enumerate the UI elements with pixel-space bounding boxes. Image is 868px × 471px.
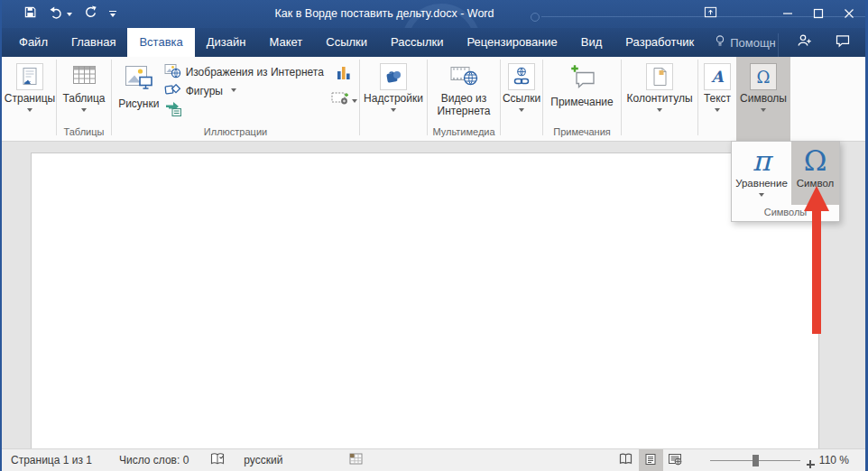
ribbon-group-symbols: Ω Символы [736,57,790,141]
comments-button[interactable] [824,28,862,57]
addins-button[interactable]: Надстройки [364,57,423,125]
print-layout-icon [644,453,657,468]
tab-view[interactable]: Вид [569,28,614,57]
tab-insert[interactable]: Вставка [127,28,194,57]
shapes-label: Фигуры [186,85,223,97]
pictures-button[interactable]: Рисунки [115,57,162,125]
comment-button-label: Примечание [550,96,613,108]
smartart-button[interactable] [162,100,329,119]
window-title: Как в Ворде поставить дельту.docx - Word [108,0,660,28]
chevron-down-icon [27,108,32,112]
tab-references[interactable]: Ссылки [314,28,379,57]
save-icon [23,5,37,23]
word-window: Как в Ворде поставить дельту.docx - Word… [0,0,868,471]
symbols-button[interactable]: Ω Символы [740,57,787,125]
online-video-icon [450,64,478,90]
screenshot-button[interactable] [331,92,357,109]
chevron-down-icon [759,193,764,197]
quick-access-toolbar [23,0,116,28]
ribbon-group-tables: Таблица Таблицы [57,57,111,141]
symbol-omega-icon: Ω [804,143,827,178]
links-button[interactable]: Ссылки [503,57,540,125]
group-label-tables: Таблицы [57,125,111,141]
chart-button[interactable] [337,64,351,85]
web-layout-button[interactable] [663,449,688,471]
online-video-button[interactable]: Видео из Интернета [431,57,496,125]
tab-file[interactable]: Файл [7,28,60,57]
addins-button-label: Надстройки [364,92,423,105]
document-page[interactable] [31,152,819,449]
red-annotation-arrow [799,184,834,339]
tab-review[interactable]: Рецензирование [455,28,568,57]
tab-design[interactable]: Дизайн [195,28,258,57]
ribbon-group-addins: Надстройки [360,57,427,141]
ribbon-group-pages: Страницы [4,57,56,141]
text-button[interactable]: A Текст [704,57,731,125]
read-mode-icon [619,453,633,467]
undo-button[interactable] [49,5,72,23]
pages-button[interactable]: Страницы [5,57,55,125]
tab-layout[interactable]: Макет [257,28,314,57]
equation-button[interactable]: π Уравнение [732,142,791,205]
text-a-glyph: A [711,68,723,86]
minimize-icon [782,6,793,23]
screenshot-icon [331,92,349,109]
ribbon-group-links: Ссылки [501,57,542,141]
chevron-down-icon [519,108,524,112]
proofing-status-button[interactable] [210,452,226,468]
addins-icon [380,63,407,90]
equation-pi-icon: π [753,143,771,178]
zoom-slider[interactable] [710,460,800,461]
header-footer-button[interactable]: Колонтитулы [626,57,692,125]
table-button[interactable]: Таблица [62,57,105,125]
save-button[interactable] [23,5,37,23]
comment-bubble-icon [836,34,850,51]
table-icon [72,64,97,89]
page-number-indicator[interactable]: Страница 1 из 1 [11,454,92,466]
share-button[interactable] [785,28,824,57]
links-button-label: Ссылки [503,92,540,105]
chevron-down-icon [657,108,662,112]
symbols-button-label: Символы [740,92,787,105]
macro-recording-button[interactable] [349,453,363,467]
tab-home[interactable]: Главная [60,28,127,57]
online-video-label: Видео из Интернета [431,92,496,117]
redo-button[interactable] [84,5,97,23]
close-button[interactable] [834,0,864,28]
links-icon [508,63,535,90]
shapes-icon [164,83,181,99]
chevron-down-icon [391,108,396,112]
group-label-text [698,125,736,141]
online-pictures-label: Изображения из Интернета [186,66,324,78]
ribbon-display-options-icon [704,5,717,23]
table-button-label: Таблица [62,92,105,105]
assistant-label: Помощн [730,36,776,50]
online-pictures-icon [164,63,181,81]
comment-add-icon [568,64,596,93]
word-count-indicator[interactable]: Число слов: 0 [119,454,189,466]
chevron-down-icon [715,108,720,112]
tab-developer[interactable]: Разработчик [614,28,706,57]
tab-mailings[interactable]: Рассылки [379,28,455,57]
web-layout-icon [668,453,682,468]
shapes-button[interactable]: Фигуры [162,81,329,100]
text-button-label: Текст [704,92,731,105]
online-pictures-button[interactable]: Изображения из Интернета [162,62,329,81]
chevron-down-icon [231,88,236,92]
read-mode-button[interactable] [614,449,639,471]
comment-button[interactable]: Примечание [550,57,613,125]
ribbon-group-multimedia: Видео из Интернета Мультимедиа [428,57,500,141]
minimize-button[interactable] [772,0,803,28]
tell-me-assistant[interactable]: Помощн [706,28,785,57]
zoom-level-indicator[interactable]: 110 % [819,454,849,466]
print-layout-button[interactable] [639,449,663,471]
chevron-down-icon [352,99,357,103]
group-label-links [501,125,542,141]
title-bar: Как в Ворде поставить дельту.docx - Word [0,0,868,28]
maximize-button[interactable] [803,0,834,28]
ribbon-display-options-button[interactable] [695,0,725,28]
close-icon [844,6,854,23]
redo-icon [84,5,97,23]
language-indicator[interactable]: русский [244,454,282,466]
zoom-slider-handle[interactable] [753,455,759,466]
